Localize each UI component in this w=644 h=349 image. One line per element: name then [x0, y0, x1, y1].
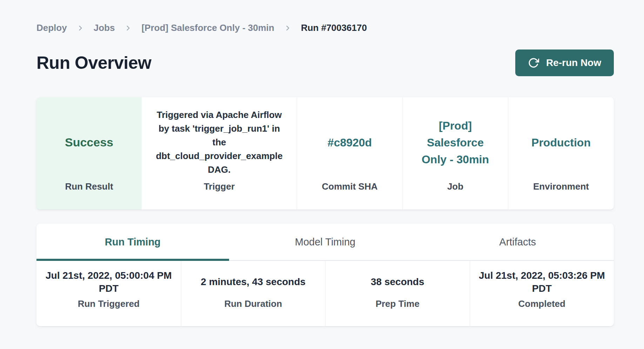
run-summary-cards: Success Run Result Triggered via Apache … [36, 97, 614, 210]
commit-sha-link[interactable]: #c8920d [328, 134, 372, 151]
run-result-label: Run Result [48, 181, 130, 192]
job-link[interactable]: [Prod] Salesforce Only - 30min [414, 117, 497, 168]
prep-time-label: Prep Time [333, 298, 463, 309]
job-label: Job [414, 181, 497, 192]
timing-card-run-triggered: Jul 21st, 2022, 05:00:04 PM PDT Run Trig… [36, 261, 181, 326]
breadcrumb-item-run-number: Run #70036170 [301, 22, 367, 33]
run-timing-cards: Jul 21st, 2022, 05:00:04 PM PDT Run Trig… [36, 261, 614, 326]
refresh-icon [528, 57, 539, 68]
title-row: Run Overview Re-run Now [36, 50, 614, 76]
chevron-right-icon [77, 25, 84, 32]
run-detail-panel: Run Timing Model Timing Artifacts Jul 21… [36, 224, 614, 326]
summary-card-commit-sha: #c8920d Commit SHA [297, 97, 402, 210]
tab-model-timing-label: Model Timing [295, 236, 355, 248]
breadcrumb: Deploy Jobs [Prod] Salesforce Only - 30m… [36, 22, 614, 33]
breadcrumb-item-jobs[interactable]: Jobs [94, 22, 115, 33]
run-duration-value: 2 minutes, 43 seconds [201, 276, 306, 288]
prep-time-value: 38 seconds [371, 276, 424, 288]
tab-run-timing[interactable]: Run Timing [36, 224, 229, 260]
rerun-now-button-label: Re-run Now [546, 57, 601, 68]
tab-artifacts-label: Artifacts [499, 236, 536, 248]
page-title: Run Overview [36, 53, 151, 73]
summary-card-environment: Production Environment [508, 97, 614, 210]
timing-card-completed: Jul 21st, 2022, 05:03:26 PM PDT Complete… [470, 261, 614, 326]
breadcrumb-item-job-name[interactable]: [Prod] Salesforce Only - 30min [141, 22, 274, 33]
tab-model-timing[interactable]: Model Timing [229, 224, 422, 260]
run-result-value: Success [65, 136, 113, 149]
chevron-right-icon [284, 25, 291, 32]
environment-link[interactable]: Production [531, 134, 591, 151]
environment-label: Environment [519, 181, 603, 192]
commit-sha-label: Commit SHA [308, 181, 391, 192]
tab-bar: Run Timing Model Timing Artifacts [36, 224, 614, 261]
run-triggered-label: Run Triggered [43, 298, 174, 309]
completed-label: Completed [477, 298, 607, 309]
summary-card-job: [Prod] Salesforce Only - 30min Job [402, 97, 508, 210]
run-triggered-value: Jul 21st, 2022, 05:00:04 PM PDT [43, 269, 174, 295]
timing-card-prep-time: 38 seconds Prep Time [325, 261, 470, 326]
breadcrumb-item-deploy[interactable]: Deploy [36, 22, 67, 33]
run-overview-page: Deploy Jobs [Prod] Salesforce Only - 30m… [36, 0, 614, 326]
run-duration-label: Run Duration [188, 298, 318, 309]
completed-value: Jul 21st, 2022, 05:03:26 PM PDT [477, 269, 607, 295]
active-tab-indicator [36, 259, 229, 261]
tab-artifacts[interactable]: Artifacts [421, 224, 614, 260]
trigger-value: Triggered via Apache Airflow by task 'tr… [153, 108, 286, 177]
trigger-label: Trigger [153, 181, 286, 192]
timing-card-run-duration: 2 minutes, 43 seconds Run Duration [181, 261, 326, 326]
chevron-right-icon [125, 25, 132, 32]
summary-card-trigger: Triggered via Apache Airflow by task 'tr… [142, 97, 297, 210]
tab-run-timing-label: Run Timing [105, 236, 161, 248]
summary-card-run-result: Success Run Result [36, 97, 142, 210]
rerun-now-button[interactable]: Re-run Now [515, 50, 614, 76]
